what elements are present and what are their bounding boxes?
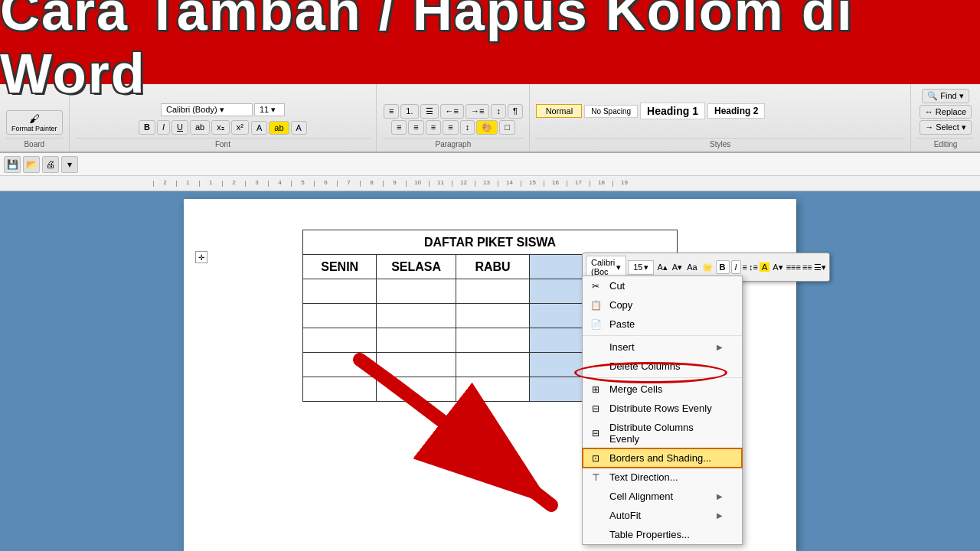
shading-btn[interactable]: 🎨 bbox=[476, 120, 498, 135]
ctx-table-properties[interactable]: Table Properties... bbox=[583, 525, 742, 544]
borders-btn[interactable]: □ bbox=[499, 120, 515, 135]
ctx-merge-cells[interactable]: ⊞ Merge Cells bbox=[583, 380, 742, 399]
strikethrough-btn[interactable]: ab bbox=[190, 120, 210, 135]
ruler: 2 1 1 2 3 4 5 6 7 8 9 10 11 12 13 14 15 … bbox=[0, 176, 980, 191]
ctx-distribute-cols[interactable]: ⊟ Distribute Columns Evenly bbox=[583, 418, 742, 448]
save-btn[interactable]: 💾 bbox=[4, 156, 21, 173]
quick-access-toolbar: 💾 📂 🖨 ▾ bbox=[0, 153, 980, 176]
justify-btn[interactable]: ≡ bbox=[443, 120, 458, 135]
cut-icon: ✂ bbox=[589, 279, 603, 293]
text-direction-icon: ⊤ bbox=[589, 471, 603, 484]
editing-label: Editing bbox=[917, 138, 974, 148]
ctx-cut[interactable]: ✂ Cut bbox=[583, 276, 742, 295]
paste-icon: 📄 bbox=[589, 318, 603, 331]
distribute-cols-icon: ⊟ bbox=[589, 426, 603, 440]
paper: ✛ DAFTAR PIKET SISWA SENIN SELASA RABU bbox=[184, 199, 796, 551]
merge-cells-icon: ⊞ bbox=[589, 383, 603, 396]
format-painter-btn[interactable]: 🖌 Format Painter bbox=[6, 110, 63, 135]
copy-icon: 📋 bbox=[589, 298, 603, 312]
ctx-separator-1 bbox=[583, 335, 742, 336]
font-color-btn[interactable]: A bbox=[291, 121, 307, 135]
style-heading2[interactable]: Heading 2 bbox=[707, 103, 765, 119]
ctx-paste[interactable]: 📄 Paste bbox=[583, 315, 742, 334]
styles-label: Styles bbox=[536, 138, 904, 148]
ctx-copy[interactable]: 📋 Copy bbox=[583, 295, 742, 315]
style-normal[interactable]: Normal bbox=[536, 104, 582, 118]
title-banner: Cara Tambah / Hapus Kolom di Word bbox=[0, 0, 980, 84]
italic-btn[interactable]: I bbox=[157, 120, 170, 135]
ctx-distribute-rows[interactable]: ⊟ Distribute Rows Evenly bbox=[583, 399, 742, 418]
style-heading1[interactable]: Heading 1 bbox=[640, 103, 705, 119]
highlight-btn[interactable]: ab bbox=[269, 121, 289, 135]
numbering-btn[interactable]: 1. bbox=[400, 104, 418, 119]
ctx-delete-columns[interactable]: Delete Columns bbox=[583, 357, 742, 376]
header-senin: SENIN bbox=[303, 255, 377, 279]
indent-btn[interactable]: →≡ bbox=[466, 104, 489, 119]
align-center-btn[interactable]: ≡ bbox=[408, 120, 423, 135]
context-menu: ✂ Cut 📋 Copy 📄 Paste Insert ▶ Delete Col… bbox=[582, 276, 743, 545]
undo-dropdown[interactable]: ▾ bbox=[61, 156, 78, 173]
paragraph-label: Paragraph bbox=[383, 138, 523, 148]
ctx-text-direction[interactable]: ⊤ Text Direction... bbox=[583, 468, 742, 487]
text-effects-btn[interactable]: A bbox=[251, 121, 267, 135]
bullets-btn[interactable]: ≡ bbox=[384, 104, 399, 119]
mini-font-size[interactable]: 15▾ bbox=[628, 260, 654, 275]
ctx-borders-shading[interactable]: ⊡ Borders and Shading... bbox=[583, 448, 742, 468]
superscript-btn[interactable]: x² bbox=[231, 120, 249, 135]
bold-btn[interactable]: B bbox=[139, 120, 155, 135]
font-size-dropdown[interactable]: 11 ▾ bbox=[254, 103, 285, 116]
select-btn[interactable]: → Select ▾ bbox=[920, 120, 972, 135]
table-title: DAFTAR PIKET SISWA bbox=[303, 230, 678, 255]
mini-bold-btn[interactable]: B bbox=[716, 260, 730, 274]
align-left-btn[interactable]: ≡ bbox=[391, 120, 407, 135]
subscript-btn[interactable]: x₂ bbox=[211, 120, 230, 135]
table-move-handle[interactable]: ✛ bbox=[195, 251, 207, 263]
style-no-spacing[interactable]: No Spacing bbox=[584, 105, 638, 118]
mini-italic-btn[interactable]: I bbox=[731, 260, 741, 274]
align-right-btn[interactable]: ≡ bbox=[426, 120, 441, 135]
title-text: Cara Tambah / Hapus Kolom di Word bbox=[0, 0, 980, 105]
header-selasa: SELASA bbox=[377, 255, 456, 279]
borders-shading-icon: ⊡ bbox=[589, 452, 603, 465]
font-label: Font bbox=[76, 138, 371, 148]
ctx-cell-alignment[interactable]: Cell Alignment ▶ bbox=[583, 487, 742, 506]
outdent-btn[interactable]: ←≡ bbox=[440, 104, 464, 119]
underline-btn[interactable]: U bbox=[172, 120, 188, 135]
font-name-dropdown[interactable]: Calibri (Body) ▾ bbox=[161, 103, 253, 116]
distribute-rows-icon: ⊟ bbox=[589, 402, 603, 416]
ctx-autofit[interactable]: AutoFit ▶ bbox=[583, 506, 742, 525]
clipboard-label: Board bbox=[6, 138, 63, 148]
show-marks-btn[interactable]: ¶ bbox=[508, 104, 523, 119]
multilevel-btn[interactable]: ☰ bbox=[420, 104, 439, 119]
sort-btn[interactable]: ↕ bbox=[491, 104, 506, 119]
line-spacing-btn[interactable]: ↕ bbox=[460, 120, 475, 135]
header-rabu: RABU bbox=[456, 255, 529, 279]
document-area: ✛ DAFTAR PIKET SISWA SENIN SELASA RABU bbox=[0, 191, 980, 551]
ctx-separator-2 bbox=[583, 377, 742, 378]
open-btn[interactable]: 📂 bbox=[23, 156, 40, 173]
print-btn[interactable]: 🖨 bbox=[42, 156, 59, 173]
replace-btn[interactable]: ↔ Replace bbox=[920, 105, 972, 119]
ctx-insert[interactable]: Insert ▶ bbox=[583, 337, 742, 357]
